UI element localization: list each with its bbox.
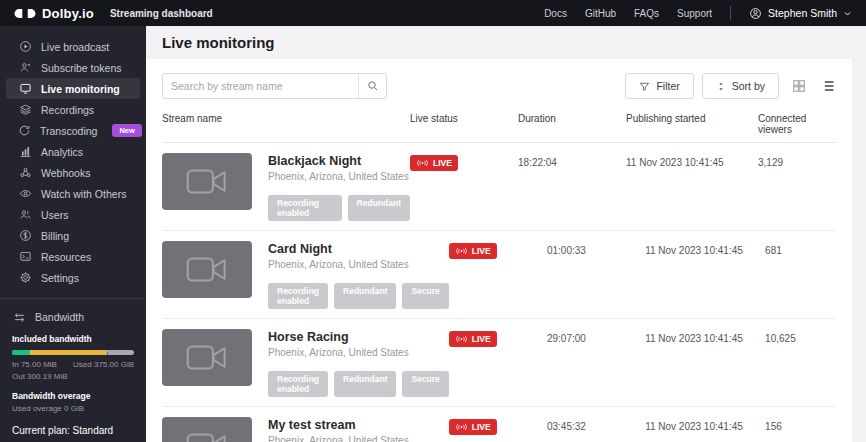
sidebar-item-recordings[interactable]: Recordings bbox=[6, 99, 140, 120]
stream-duration: 29:07:00 bbox=[547, 329, 645, 397]
sidebar-item-subscribe-tokens[interactable]: Subscribe tokens bbox=[6, 57, 140, 78]
topbar-divider bbox=[730, 6, 731, 20]
broadcast-waves-icon bbox=[455, 423, 468, 431]
stream-location: Phoenix, Arizona, United States bbox=[268, 435, 449, 442]
sidebar-item-resources[interactable]: Resources bbox=[6, 246, 140, 267]
stream-tag: Secure bbox=[402, 371, 448, 397]
stream-tag: Redundant bbox=[334, 371, 396, 397]
new-badge: New bbox=[112, 124, 141, 137]
token-icon bbox=[18, 61, 32, 74]
stream-tag: Recording enabled bbox=[268, 195, 342, 221]
sidebar-item-settings[interactable]: Settings bbox=[6, 267, 140, 288]
stream-published: 11 Nov 2023 10:41:45 bbox=[626, 153, 758, 221]
terminal-icon bbox=[18, 250, 32, 263]
topbar-link-docs[interactable]: Docs bbox=[544, 8, 567, 19]
live-status-badge: LIVE bbox=[449, 243, 497, 259]
sidebar-item-transcoding[interactable]: TranscodingNew bbox=[6, 120, 140, 141]
current-plan-label: Current plan: Standard bbox=[12, 425, 134, 436]
stream-duration: 01:00:33 bbox=[547, 241, 645, 309]
bandwidth-header: Bandwidth bbox=[12, 307, 134, 327]
gear-icon bbox=[18, 271, 32, 284]
filter-button[interactable]: Filter bbox=[625, 73, 693, 99]
dolby-double-d-icon bbox=[14, 8, 36, 19]
list-view-toggle[interactable] bbox=[819, 78, 836, 94]
search-input[interactable] bbox=[163, 80, 358, 92]
sidebar-item-watch-with-others[interactable]: Watch with Others bbox=[6, 183, 140, 204]
stream-viewers: 681 bbox=[765, 241, 836, 309]
live-label: LIVE bbox=[433, 158, 452, 168]
eye-icon bbox=[18, 187, 32, 200]
content-panel: Filter Sort by bbox=[146, 59, 852, 442]
bandwidth-bar-in-segment bbox=[12, 350, 30, 355]
sidebar-item-label: Billing bbox=[41, 230, 69, 242]
sidebar-item-label: Transcoding bbox=[40, 125, 97, 137]
stream-duration: 18:22:04 bbox=[518, 153, 626, 221]
sort-arrows-icon bbox=[716, 81, 726, 92]
header-connected-viewers: Connected viewers bbox=[758, 113, 836, 135]
chevron-down-icon bbox=[843, 9, 852, 18]
sidebar-item-live-broadcast[interactable]: Live broadcast bbox=[6, 36, 140, 57]
stream-row[interactable]: My test stream Phoenix, Arizona, United … bbox=[162, 407, 836, 442]
stream-thumbnail bbox=[162, 153, 252, 210]
topbar-right: DocsGitHubFAQsSupport Stephen Smith bbox=[544, 6, 852, 20]
stream-tag: Recording enabled bbox=[268, 371, 328, 397]
stream-location: Phoenix, Arizona, United States bbox=[268, 347, 449, 358]
sidebar-item-users[interactable]: Users bbox=[6, 204, 140, 225]
stream-name: My test stream bbox=[268, 418, 449, 432]
sort-label: Sort by bbox=[732, 80, 765, 92]
logo-text: Dolby.io bbox=[42, 6, 94, 21]
bandwidth-section: Bandwidth Included bandwidth In 75.00 Mi… bbox=[0, 307, 146, 442]
search-box bbox=[162, 73, 387, 99]
user-name: Stephen Smith bbox=[768, 7, 837, 19]
sidebar-item-billing[interactable]: Billing bbox=[6, 225, 140, 246]
stream-published: 11 Nov 2023 10:41:45 bbox=[645, 241, 765, 309]
live-status-badge: LIVE bbox=[449, 419, 497, 435]
filter-label: Filter bbox=[656, 80, 679, 92]
sidebar-item-analytics[interactable]: Analytics bbox=[6, 141, 140, 162]
stream-viewers: 156 bbox=[765, 417, 836, 442]
bandwidth-out: Out 300.19 MiB bbox=[12, 372, 134, 381]
stream-row[interactable]: Horse Racing Phoenix, Arizona, United St… bbox=[162, 319, 836, 407]
stream-tag: Redundant bbox=[334, 283, 396, 309]
header-duration: Duration bbox=[518, 113, 626, 135]
stream-name: Horse Racing bbox=[268, 330, 449, 344]
stream-viewers: 3,129 bbox=[758, 153, 836, 221]
sidebar-item-label: Subscribe tokens bbox=[41, 62, 122, 74]
dollar-icon bbox=[18, 229, 32, 242]
topbar-link-support[interactable]: Support bbox=[677, 8, 712, 19]
live-label: LIVE bbox=[472, 334, 491, 344]
header-live-status: Live status bbox=[410, 113, 518, 135]
sidebar-item-label: Webhooks bbox=[41, 167, 90, 179]
stream-tags: Recording enabledRedundantSecure bbox=[268, 371, 449, 397]
user-menu[interactable]: Stephen Smith bbox=[749, 7, 852, 20]
sidebar-item-webhooks[interactable]: Webhooks bbox=[6, 162, 140, 183]
topbar-link-faqs[interactable]: FAQs bbox=[634, 8, 659, 19]
stream-table-body: Blackjack Night Phoenix, Arizona, United… bbox=[162, 143, 836, 442]
live-label: LIVE bbox=[472, 422, 491, 432]
stream-tag: Recording enabled bbox=[268, 283, 328, 309]
refresh-icon bbox=[18, 124, 31, 137]
sidebar-item-label: Analytics bbox=[41, 146, 83, 158]
live-status-badge: LIVE bbox=[410, 155, 458, 171]
bandwidth-bar-marker bbox=[107, 352, 108, 355]
stream-row[interactable]: Card Night Phoenix, Arizona, United Stat… bbox=[162, 231, 836, 319]
topbar-link-github[interactable]: GitHub bbox=[585, 8, 616, 19]
grid-view-toggle[interactable] bbox=[791, 78, 807, 94]
stream-row[interactable]: Blackjack Night Phoenix, Arizona, United… bbox=[162, 143, 836, 231]
main-content: Live monitoring Filter bbox=[146, 26, 866, 442]
sidebar-divider bbox=[0, 298, 146, 299]
bandwidth-title: Bandwidth bbox=[35, 311, 84, 323]
sort-button[interactable]: Sort by bbox=[702, 73, 779, 99]
stream-viewers: 10,625 bbox=[765, 329, 836, 397]
stream-duration: 03:45:32 bbox=[547, 417, 645, 442]
stream-tags: Recording enabledRedundantSecure bbox=[268, 283, 449, 309]
search-icon[interactable] bbox=[358, 74, 386, 98]
broadcast-waves-icon bbox=[455, 335, 468, 343]
toolbar-right: Filter Sort by bbox=[625, 73, 836, 99]
sidebar-item-live-monitoring[interactable]: Live monitoring bbox=[6, 78, 140, 99]
broadcast-icon bbox=[18, 40, 32, 53]
account-icon bbox=[749, 7, 762, 20]
header-publishing-started: Publishing started bbox=[626, 113, 758, 135]
stream-tags: Recording enabledRedundant bbox=[268, 195, 410, 221]
live-status-badge: LIVE bbox=[449, 331, 497, 347]
